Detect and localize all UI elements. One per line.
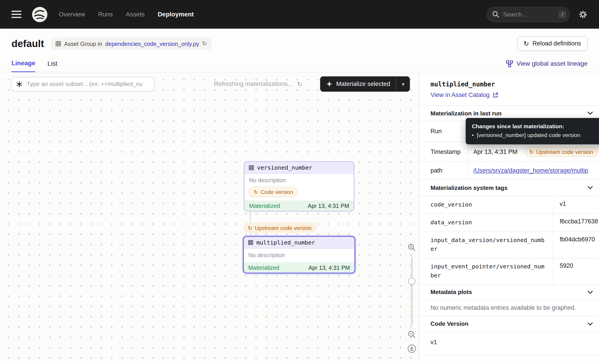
tag-value: f6ccba177638 <box>553 214 599 231</box>
section-system-tags: Materialization system tags <box>419 179 599 196</box>
row-label: Timestamp <box>419 142 468 162</box>
code-version-icon: ↻ <box>254 189 258 195</box>
materialize-selected-button[interactable]: Materialize selected <box>320 77 396 92</box>
lineage-graph-canvas[interactable]: Refreshing materializations... ↻ Materia… <box>0 72 419 359</box>
last-run-row-path: path /Users/sryza/dagster_home/storage/m… <box>419 162 599 179</box>
sparkle-icon <box>326 80 333 87</box>
asset-node-header: versioned_number <box>245 162 354 174</box>
asset-subset-filter[interactable] <box>11 77 155 91</box>
system-tag-row: data_version f6ccba177638 <box>419 214 599 231</box>
section-config: Config <box>419 355 599 359</box>
storage-path-link[interactable]: /Users/sryza/dagster_home/storage/multip <box>473 167 588 174</box>
asset-group-file-link[interactable]: dependencies_code_version_only.py <box>105 40 199 47</box>
page-header: default Asset Group in dependencies_code… <box>0 29 599 55</box>
zoom-slider-handle[interactable] <box>408 277 415 285</box>
materialized-status: Materialized <box>249 202 280 209</box>
timestamp-value: Apr 13, 4:31 PM <box>473 148 517 156</box>
asset-details-panel: multiplied_number View in Asset Catalog … <box>419 72 599 359</box>
tab-lineage[interactable]: Lineage <box>11 60 35 72</box>
asset-node-versioned-number[interactable]: versioned_number No description ↻ Code v… <box>244 161 354 211</box>
materialized-timestamp: Apr 13, 4:31 PM <box>308 202 349 209</box>
tooltip-item: [versioned_number] updated code version <box>477 131 580 140</box>
nav-assets[interactable]: Assets <box>126 11 145 18</box>
tag-value: v1 <box>553 196 599 214</box>
asset-node-description: No description <box>245 174 354 185</box>
tag-value: 5920 <box>553 258 599 284</box>
lineage-graph-icon <box>506 60 513 67</box>
download-graph-icon[interactable] <box>407 344 416 353</box>
section-metadata-plots: Metadata plots <box>419 284 599 300</box>
view-tabs: Lineage List View global asset lineage <box>0 55 599 72</box>
search-input[interactable] <box>502 11 555 18</box>
row-label: path <box>419 162 468 179</box>
asset-node-multiplied-number[interactable]: multiplied_number No description Materia… <box>243 236 355 273</box>
search-icon <box>492 11 499 18</box>
asset-node-description: No description <box>244 249 354 260</box>
edge-upstream-code-version-chip: ↻ Upstream code version <box>243 223 316 233</box>
asset-node-footer: Materialized Apr 13, 4:31 PM <box>244 262 354 273</box>
upstream-code-version-chip: ↻ Upstream code version <box>524 147 598 157</box>
dagster-logo <box>31 6 48 23</box>
tab-list[interactable]: List <box>47 60 57 72</box>
section-code-version: Code Version <box>419 315 599 332</box>
materialize-selected-label: Materialize selected <box>336 80 390 87</box>
section-header-label: Materialization in last run <box>431 110 502 117</box>
asset-subset-input[interactable] <box>26 80 150 88</box>
asset-node-name: versioned_number <box>257 164 312 171</box>
main-content: Refreshing materializations... ↻ Materia… <box>0 72 599 359</box>
code-version-icon: ↻ <box>529 149 534 155</box>
chevron-down-icon[interactable] <box>588 112 593 115</box>
nav-runs[interactable]: Runs <box>98 11 113 18</box>
edge-chip-label: Upstream code version <box>255 225 312 231</box>
changes-tooltip: Changes since last materialization: • [v… <box>466 118 599 145</box>
code-version-chip-label: Code version <box>260 189 293 195</box>
chevron-down-icon[interactable] <box>588 186 593 190</box>
refresh-icon: ↻ <box>297 80 302 88</box>
top-navigation-bar: Overview Runs Assets Deployment / <box>0 0 599 29</box>
section-header-label: Config <box>431 359 449 359</box>
system-tag-row: input_event_pointer/versioned_number 592… <box>419 258 599 284</box>
reload-definitions-label: Reload definitions <box>532 40 581 47</box>
tag-value: fb04dcb6970 <box>553 232 599 258</box>
global-search[interactable]: / <box>487 7 570 22</box>
materialize-dropdown-caret[interactable]: ▾ <box>396 77 410 92</box>
zoom-in-icon[interactable] <box>407 243 416 251</box>
section-header-label: Code Version <box>431 320 468 327</box>
refresh-icon[interactable]: ↻ <box>202 40 207 47</box>
view-in-asset-catalog-link[interactable]: View in Asset Catalog <box>431 92 499 99</box>
refreshing-status: Refreshing materializations... ↻ <box>214 80 302 88</box>
chevron-down-icon[interactable] <box>588 290 593 294</box>
bullet: • <box>472 131 474 140</box>
row-label: Run <box>419 121 468 142</box>
grid-icon <box>248 240 253 245</box>
top-nav-links: Overview Runs Assets Deployment <box>59 11 194 18</box>
materialized-timestamp: Apr 13, 4:31 PM <box>308 264 350 271</box>
materialized-status: Materialized <box>248 264 279 271</box>
tooltip-title: Changes since last materialization: <box>472 122 599 131</box>
metadata-plots-empty-message: No numeric metadata entries available to… <box>419 300 599 315</box>
tag-key: data_version <box>419 214 553 231</box>
asset-node-tags: ↻ Code version <box>245 185 354 200</box>
reload-definitions-button[interactable]: ↻ Reload definitions <box>517 36 588 51</box>
section-header-label: Materialization system tags <box>431 184 507 191</box>
tag-key: input_event_pointer/versioned_number <box>419 258 553 284</box>
nav-deployment[interactable]: Deployment <box>158 11 194 18</box>
zoom-slider-track[interactable] <box>411 257 413 326</box>
settings-gear-icon[interactable] <box>578 10 588 19</box>
app-window: Overview Runs Assets Deployment / defaul… <box>0 0 599 364</box>
tag-key: code_version <box>419 196 553 214</box>
view-global-asset-lineage-label: View global asset lineage <box>516 60 588 67</box>
tag-key: input_data_version/versioned_number <box>419 232 553 258</box>
zoom-out-icon[interactable] <box>407 330 416 339</box>
view-global-asset-lineage-link[interactable]: View global asset lineage <box>506 60 588 72</box>
chevron-down-icon[interactable] <box>588 322 593 326</box>
page-title: default <box>11 38 44 50</box>
asset-group-prefix: Asset Group in <box>64 40 102 47</box>
grid-icon <box>56 41 61 46</box>
menu-icon[interactable] <box>11 11 21 18</box>
refresh-icon: ↻ <box>524 40 529 47</box>
system-tag-row: code_version v1 <box>419 196 599 214</box>
zoom-controls <box>405 243 419 353</box>
nav-overview[interactable]: Overview <box>59 11 85 18</box>
asset-group-badge: Asset Group in dependencies_code_version… <box>51 37 211 50</box>
